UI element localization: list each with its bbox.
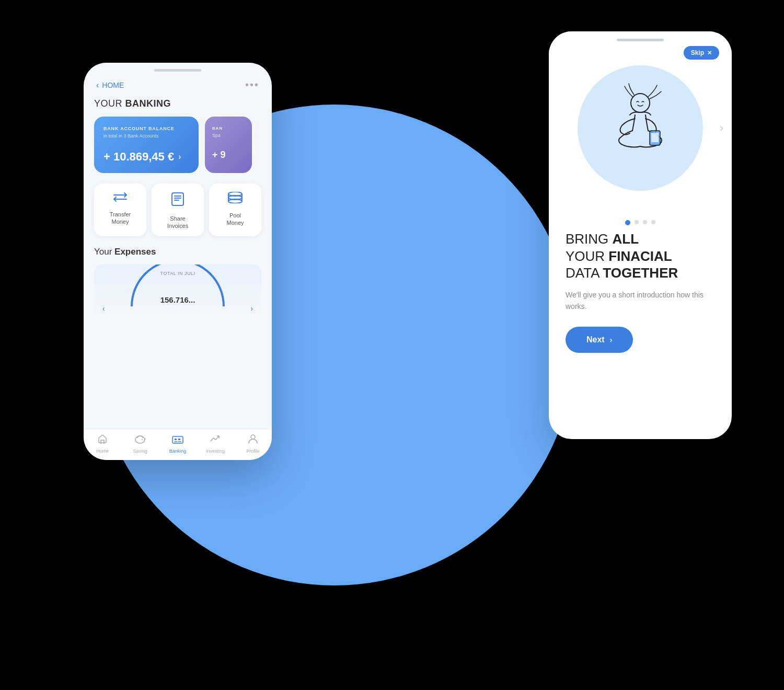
phone-right: Skip ✕: [549, 31, 732, 439]
nav-profile-label: Profile: [246, 448, 260, 454]
pool-money-icon: [227, 192, 243, 206]
chart-navigation: ‹ ›: [94, 304, 261, 313]
slide-indicators: [549, 212, 732, 231]
svg-point-4: [135, 436, 145, 443]
skip-button[interactable]: Skip ✕: [684, 46, 719, 60]
share-invoices-label: ShareInvoices: [167, 215, 188, 230]
balance-amount: + 10.869,45 € ›: [103, 150, 189, 164]
svg-point-5: [142, 439, 143, 440]
chart-prev-icon[interactable]: ‹: [102, 304, 105, 313]
profile-icon: [248, 433, 258, 446]
action-buttons-row: TransferMoney ShareInvoices: [94, 183, 261, 236]
nav-saving[interactable]: Saving: [121, 433, 159, 454]
expenses-chart: TOTAL in Juli 156.716... ‹ ›: [94, 264, 261, 317]
bottom-nav: Home Saving: [84, 429, 272, 460]
skip-label: Skip: [691, 49, 704, 56]
left-phone-content: YOUR BANKING BANK ACCOUNT BALANCE in tot…: [84, 94, 272, 429]
phone-left: ‹ HOME ••• YOUR BANKING BANK ACCOUNT BAL…: [84, 63, 272, 460]
chart-next-icon[interactable]: ›: [250, 304, 253, 313]
nav-investing[interactable]: Investing: [197, 433, 234, 454]
notch-left: [154, 69, 201, 72]
onboarding-description: We'll give you a short introduction how …: [566, 289, 715, 313]
notch-right: [617, 39, 664, 41]
skip-close-icon: ✕: [707, 50, 712, 56]
balance-card-label: BANK ACCOUNT BALANCE: [103, 126, 189, 131]
share-invoices-icon: [171, 192, 185, 210]
scene: ‹ HOME ••• YOUR BANKING BANK ACCOUNT BAL…: [0, 0, 784, 690]
balance-card-purple[interactable]: BAN Spa + 9: [205, 117, 252, 173]
balance-card-blue[interactable]: BANK ACCOUNT BALANCE in total in 3 Bank …: [94, 117, 199, 173]
transfer-money-icon: [113, 192, 128, 205]
purple-card-label: BAN: [212, 126, 245, 131]
chart-amount: 156.716...: [160, 295, 195, 304]
home-label: HOME: [102, 81, 124, 89]
dot-4[interactable]: [651, 220, 655, 224]
next-slide-arrow[interactable]: ›: [720, 121, 723, 135]
investing-icon: [210, 433, 221, 446]
pool-money-label: PoolMoney: [226, 212, 244, 227]
dot-3[interactable]: [643, 220, 647, 224]
svg-rect-6: [172, 436, 183, 443]
svg-rect-8: [178, 439, 180, 440]
notch-bar-right: [549, 31, 732, 44]
left-phone-header: ‹ HOME •••: [84, 74, 272, 94]
svg-rect-0: [172, 193, 183, 205]
share-invoices-button[interactable]: ShareInvoices: [152, 183, 204, 236]
back-chevron-icon: ‹: [96, 80, 99, 90]
svg-rect-7: [175, 439, 177, 440]
next-chevron-icon: ›: [610, 336, 613, 344]
nav-home[interactable]: Home: [84, 433, 121, 454]
purple-card-amount: + 9: [212, 150, 245, 160]
dot-2[interactable]: [635, 220, 639, 224]
balance-cards: BANK ACCOUNT BALANCE in total in 3 Bank …: [94, 117, 261, 173]
nav-profile[interactable]: Profile: [234, 433, 272, 454]
pool-money-button[interactable]: PoolMoney: [209, 183, 261, 236]
notch-bar-left: [84, 63, 272, 74]
saving-icon: [134, 433, 146, 446]
back-button[interactable]: ‹ HOME: [96, 80, 124, 90]
nav-banking[interactable]: Banking: [159, 433, 197, 454]
nav-saving-label: Saving: [133, 448, 147, 454]
transfer-money-button[interactable]: TransferMoney: [94, 183, 146, 236]
purple-card-sub: Spa: [212, 133, 245, 138]
onboarding-title: BRING ALL YOUR FINACIAL DATA TOGETHER: [566, 231, 715, 282]
nav-home-label: Home: [96, 448, 109, 454]
svg-point-10: [631, 94, 650, 112]
next-button[interactable]: Next ›: [566, 327, 633, 353]
nav-investing-label: Investing: [206, 448, 225, 454]
more-options-button[interactable]: •••: [245, 79, 259, 91]
transfer-money-label: TransferMoney: [110, 211, 131, 226]
next-label: Next: [586, 335, 605, 344]
home-icon: [97, 433, 108, 446]
banking-icon: [172, 433, 183, 446]
balance-card-sub: in total in 3 Bank Accounts: [103, 133, 189, 139]
svg-rect-12: [651, 133, 659, 142]
person-illustration: [593, 81, 687, 175]
balance-chevron-icon: ›: [178, 152, 181, 162]
onboarding-content: BRING ALL YOUR FINACIAL DATA TOGETHER We…: [549, 231, 732, 439]
dot-1[interactable]: [625, 220, 630, 225]
illustration-area: ›: [549, 44, 732, 212]
banking-title: YOUR BANKING: [94, 98, 261, 109]
illustration-circle: [578, 65, 703, 191]
svg-point-9: [251, 435, 255, 439]
nav-banking-label: Banking: [169, 448, 187, 454]
expenses-title: Your Expenses: [94, 247, 261, 257]
